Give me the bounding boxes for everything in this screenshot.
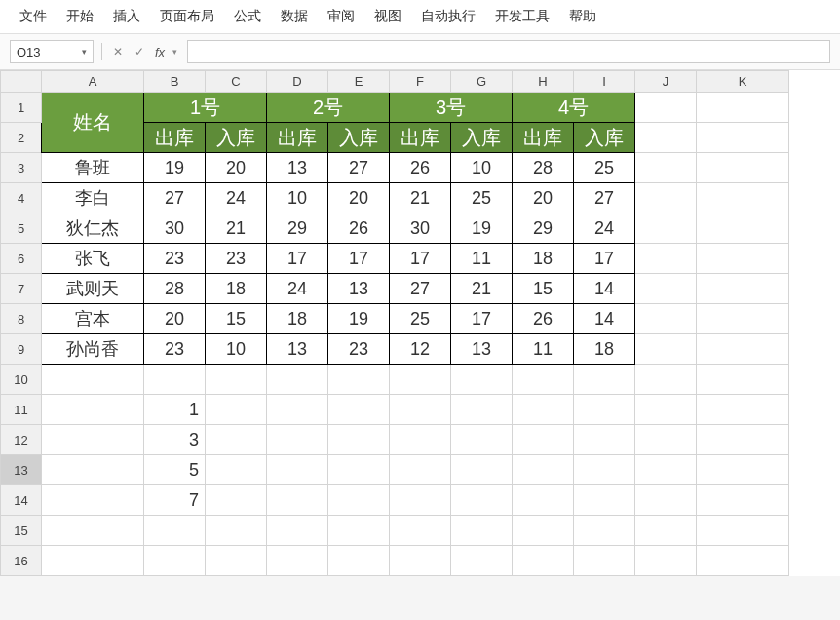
cell-K4[interactable]: [697, 183, 789, 213]
cell-C5[interactable]: 21: [206, 213, 267, 244]
cell-C13[interactable]: [206, 455, 267, 485]
cell-B11[interactable]: 1: [144, 395, 206, 425]
cell-B12[interactable]: 3: [144, 425, 206, 455]
cell-J11[interactable]: [635, 395, 697, 425]
cell-E5[interactable]: 26: [328, 213, 390, 244]
cell-I13[interactable]: [574, 455, 635, 485]
cell-E13[interactable]: [328, 455, 390, 485]
menu-help[interactable]: 帮助: [569, 8, 596, 25]
cell-D4[interactable]: 10: [267, 183, 328, 213]
cell-A16[interactable]: [42, 546, 144, 576]
cell-K2[interactable]: [697, 123, 789, 153]
formula-input[interactable]: [187, 40, 830, 63]
header-in-2[interactable]: 入库: [328, 123, 390, 153]
cell-I3[interactable]: 25: [574, 153, 635, 183]
cell-D9[interactable]: 13: [267, 334, 328, 365]
cell-K16[interactable]: [697, 546, 789, 576]
cell-J15[interactable]: [635, 516, 697, 546]
cell-A12[interactable]: [42, 425, 144, 455]
cell-J12[interactable]: [635, 425, 697, 455]
cell-I9[interactable]: 18: [574, 334, 635, 365]
cell-I10[interactable]: [574, 365, 635, 395]
cell-A15[interactable]: [42, 516, 144, 546]
cell-C10[interactable]: [206, 365, 267, 395]
row-header-15[interactable]: 15: [1, 516, 42, 546]
cell-K13[interactable]: [697, 455, 789, 485]
cell-D6[interactable]: 17: [267, 244, 328, 274]
cell-A8[interactable]: 宫本: [42, 304, 144, 334]
row-header-9[interactable]: 9: [1, 334, 42, 365]
cell-J3[interactable]: [635, 153, 697, 183]
cell-E6[interactable]: 17: [328, 244, 390, 274]
cell-C12[interactable]: [206, 425, 267, 455]
cell-J4[interactable]: [635, 183, 697, 213]
cell-J6[interactable]: [635, 244, 697, 274]
row-header-1[interactable]: 1: [1, 93, 42, 123]
cell-B7[interactable]: 28: [144, 274, 206, 304]
col-header-F[interactable]: F: [390, 71, 451, 93]
col-header-G[interactable]: G: [451, 71, 513, 93]
cell-K5[interactable]: [697, 213, 789, 244]
cell-J2[interactable]: [635, 123, 697, 153]
cell-J1[interactable]: [635, 93, 697, 123]
cell-D14[interactable]: [267, 485, 328, 516]
cell-E10[interactable]: [328, 365, 390, 395]
row-header-5[interactable]: 5: [1, 213, 42, 244]
menu-formulas[interactable]: 公式: [234, 8, 261, 25]
menu-home[interactable]: 开始: [66, 8, 94, 25]
cell-C9[interactable]: 10: [206, 334, 267, 365]
cell-G16[interactable]: [451, 546, 513, 576]
cell-G12[interactable]: [451, 425, 513, 455]
cell-G11[interactable]: [451, 395, 513, 425]
cell-F7[interactable]: 27: [390, 274, 451, 304]
cell-F8[interactable]: 25: [390, 304, 451, 334]
cell-K6[interactable]: [697, 244, 789, 274]
header-day-2[interactable]: 2号: [267, 93, 390, 123]
cell-C16[interactable]: [206, 546, 267, 576]
cell-I12[interactable]: [574, 425, 635, 455]
cell-F4[interactable]: 21: [390, 183, 451, 213]
cell-H3[interactable]: 28: [513, 153, 574, 183]
row-header-6[interactable]: 6: [1, 244, 42, 274]
header-out-4[interactable]: 出库: [513, 123, 574, 153]
cell-A4[interactable]: 李白: [42, 183, 144, 213]
cell-H5[interactable]: 29: [513, 213, 574, 244]
cell-J9[interactable]: [635, 334, 697, 365]
cell-I5[interactable]: 24: [574, 213, 635, 244]
cell-J8[interactable]: [635, 304, 697, 334]
fx-icon[interactable]: fx: [155, 45, 165, 59]
cell-I11[interactable]: [574, 395, 635, 425]
cell-A11[interactable]: [42, 395, 144, 425]
cell-J5[interactable]: [635, 213, 697, 244]
cell-D13[interactable]: [267, 455, 328, 485]
cell-D8[interactable]: 18: [267, 304, 328, 334]
cell-E14[interactable]: [328, 485, 390, 516]
cell-K11[interactable]: [697, 395, 789, 425]
cell-H13[interactable]: [513, 455, 574, 485]
cell-E9[interactable]: 23: [328, 334, 390, 365]
cell-A5[interactable]: 狄仁杰: [42, 213, 144, 244]
cell-I15[interactable]: [574, 516, 635, 546]
cell-H14[interactable]: [513, 485, 574, 516]
cell-K9[interactable]: [697, 334, 789, 365]
row-header-8[interactable]: 8: [1, 304, 42, 334]
cell-G6[interactable]: 11: [451, 244, 513, 274]
cell-G5[interactable]: 19: [451, 213, 513, 244]
cell-C6[interactable]: 23: [206, 244, 267, 274]
header-in-1[interactable]: 入库: [206, 123, 267, 153]
row-header-7[interactable]: 7: [1, 274, 42, 304]
col-header-A[interactable]: A: [42, 71, 144, 93]
col-header-H[interactable]: H: [513, 71, 574, 93]
cell-E11[interactable]: [328, 395, 390, 425]
cell-K10[interactable]: [697, 365, 789, 395]
cell-F9[interactable]: 12: [390, 334, 451, 365]
cell-F5[interactable]: 30: [390, 213, 451, 244]
cell-K1[interactable]: [697, 93, 789, 123]
cell-I8[interactable]: 14: [574, 304, 635, 334]
cell-E3[interactable]: 27: [328, 153, 390, 183]
header-name[interactable]: 姓名: [42, 93, 144, 153]
cell-E12[interactable]: [328, 425, 390, 455]
cell-B14[interactable]: 7: [144, 485, 206, 516]
cell-B9[interactable]: 23: [144, 334, 206, 365]
chevron-down-icon[interactable]: ▾: [172, 47, 177, 57]
